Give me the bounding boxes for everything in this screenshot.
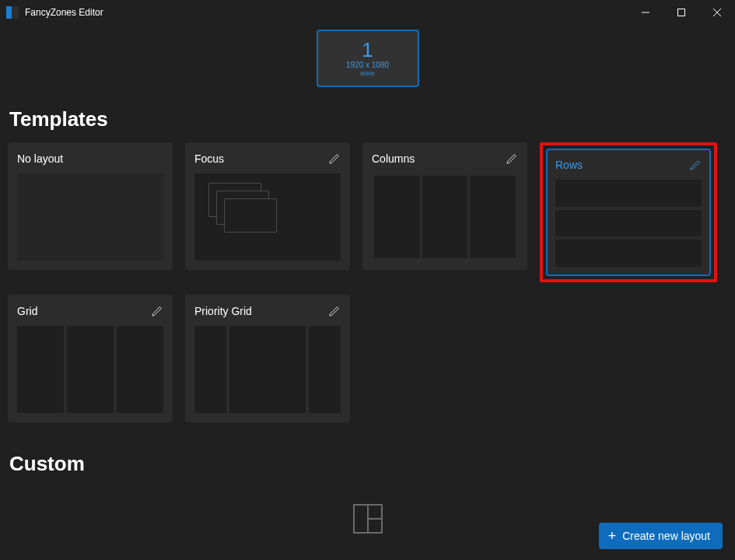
maximize-icon: [677, 9, 685, 16]
edit-button[interactable]: [151, 305, 163, 317]
zone-tile: [67, 326, 114, 413]
app-title: FancyZones Editor: [25, 7, 103, 18]
edit-button[interactable]: [328, 152, 341, 165]
pencil-icon: [689, 159, 702, 171]
card-title: Rows: [555, 159, 583, 171]
card-title: Focus: [194, 152, 224, 165]
annotation-highlight: Rows: [540, 142, 717, 282]
layout-preview-none: [17, 173, 163, 261]
pencil-icon: [328, 152, 341, 165]
zone-tile: [555, 180, 702, 207]
template-card-no-layout[interactable]: No layout: [8, 142, 173, 270]
card-title: Priority Grid: [194, 305, 252, 317]
pencil-icon: [506, 152, 518, 165]
main-content: Templates No layout Focus: [0, 107, 735, 534]
plus-icon: +: [608, 529, 617, 543]
app-icon: [6, 6, 19, 19]
template-card-rows[interactable]: Rows: [546, 149, 711, 276]
zone-tile: [470, 176, 516, 258]
zone-tile: [194, 326, 226, 413]
close-icon: [713, 9, 721, 16]
zone-tile: [309, 326, 341, 413]
templates-heading: Templates: [9, 107, 726, 131]
zone-tile: [422, 176, 468, 258]
minimize-button[interactable]: [628, 0, 663, 25]
svg-rect-1: [678, 9, 685, 16]
zone-tile: [117, 326, 163, 413]
monitor-selector-row: 1 1920 x 1080 60Hz: [0, 25, 735, 101]
card-title: Grid: [17, 305, 37, 317]
monitor-resolution: 1920 x 1080: [346, 61, 389, 69]
edit-button[interactable]: [506, 152, 518, 165]
pencil-icon: [151, 305, 163, 317]
edit-button[interactable]: [328, 305, 341, 317]
card-title: Columns: [372, 152, 415, 165]
zone-tile: [374, 176, 420, 258]
pencil-icon: [328, 305, 341, 317]
window-controls: [628, 0, 735, 25]
empty-layout-icon: [353, 504, 383, 534]
card-title: No layout: [17, 152, 63, 165]
minimize-icon: [642, 9, 649, 16]
zone-tile: [555, 210, 702, 237]
layout-preview-grid: [17, 326, 163, 413]
custom-heading: Custom: [9, 452, 726, 476]
layout-preview-priority-grid: [194, 326, 341, 413]
layout-preview-rows: [555, 180, 702, 267]
create-new-layout-button[interactable]: + Create new layout: [599, 523, 723, 549]
template-cards: No layout Focus Columns: [8, 142, 727, 422]
create-button-label: Create new layout: [622, 530, 710, 542]
edit-button[interactable]: [689, 159, 702, 171]
template-card-focus[interactable]: Focus: [185, 142, 350, 270]
monitor-number: 1: [362, 40, 373, 60]
monitor-refresh: 60Hz: [360, 71, 375, 77]
focus-rect: [224, 198, 277, 233]
layout-preview-columns: [372, 173, 518, 261]
template-card-columns[interactable]: Columns: [362, 142, 527, 270]
maximize-button[interactable]: [663, 0, 699, 25]
zone-tile: [229, 326, 305, 413]
zone-tile: [555, 240, 702, 267]
zone-tile: [17, 326, 64, 413]
title-bar-left: FancyZones Editor: [0, 6, 103, 19]
close-button[interactable]: [699, 0, 735, 25]
template-card-grid[interactable]: Grid: [8, 295, 173, 422]
title-bar: FancyZones Editor: [0, 0, 735, 25]
layout-preview-focus: [194, 173, 341, 261]
template-card-priority-grid[interactable]: Priority Grid: [185, 295, 350, 422]
monitor-card-1[interactable]: 1 1920 x 1080 60Hz: [317, 30, 419, 87]
